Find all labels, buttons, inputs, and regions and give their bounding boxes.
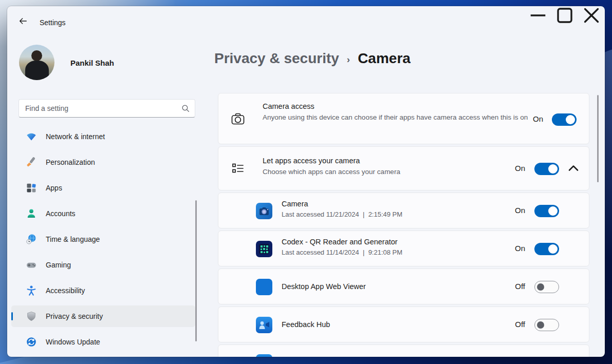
toggle-state-label: On [515,244,525,253]
sidebar-item-label: Time & language [46,235,100,243]
sidebar-item-icon [26,208,37,219]
sidebar-item-accessibility[interactable]: Accessibility [11,280,195,301]
camera-access-title: Camera access [263,102,534,110]
sidebar-item-icon [26,182,37,194]
toggle-state-label: On [515,206,525,215]
app-icon [256,354,272,357]
app-name: Camera [282,200,402,208]
sidebar-item-label: Network & internet [46,132,105,141]
sidebar-item-apps[interactable]: Apps [11,177,195,199]
app-icon [256,317,272,333]
sidebar-item-label: Apps [46,184,62,192]
camera-access-toggle[interactable] [552,113,577,126]
page-title: Camera [358,50,411,67]
sidebar-item-label: Windows Update [46,338,100,346]
app-row: Camera Last accessed 11/21/2024 | 2:15:4… [218,193,589,228]
app-toggle[interactable] [534,319,559,331]
selected-indicator [11,312,13,320]
app-row: Codex - QR Reader and Generator Last acc… [218,231,589,266]
back-button[interactable] [14,13,32,29]
user-profile[interactable]: Pankil Shah [19,45,189,81]
let-apps-title: Let apps access your camera [263,157,540,165]
app-name: Desktop App Web Viewer [282,282,366,291]
let-apps-card: Let apps access your camera Choose which… [218,146,589,190]
app-toggle[interactable] [534,281,559,293]
avatar [19,45,54,80]
window-title: Settings [40,18,66,27]
maximize-button[interactable] [551,6,578,26]
camera-outline-icon [230,111,246,127]
breadcrumb: Privacy & security › Camera [214,50,411,67]
user-name: Pankil Shah [70,59,114,67]
sidebar-item-label: Gaming [46,261,71,269]
sidebar-item-label: Privacy & security [46,312,103,320]
app-last-accessed: Last accessed 11/21/2024 | 2:15:49 PM [282,210,402,218]
close-icon [578,6,605,30]
sidebar-item-icon [26,259,37,271]
let-apps-description: Choose which apps can access your camera [263,167,540,177]
breadcrumb-parent[interactable]: Privacy & security [214,50,339,67]
sidebar-item-icon [26,157,37,168]
back-arrow-icon [18,16,28,26]
sidebar-nav: Network & internet Personalization Apps … [11,126,195,357]
let-apps-toggle[interactable] [534,163,559,175]
close-button[interactable] [578,6,605,26]
content-scrollbar[interactable] [597,95,599,182]
sidebar-item-network-internet[interactable]: Network & internet [11,126,195,147]
sidebar-item-icon [26,311,37,322]
sidebar-item-icon [26,285,37,296]
search-box [18,99,195,118]
app-row: Desktop App Web Viewer Off [218,269,589,304]
sidebar-item-accounts[interactable]: Accounts [11,203,195,224]
minimize-button[interactable] [525,6,551,26]
camera-access-description: Anyone using this device can choose if t… [263,112,534,122]
sidebar-item-label: Personalization [46,158,95,166]
settings-window: Settings Pankil Shah Network & internet … [7,6,605,357]
search-input[interactable] [18,99,195,118]
app-icon [256,203,272,219]
sidebar-item-label: Accounts [46,209,76,218]
sidebar-item-privacy-security[interactable]: Privacy & security [11,305,195,327]
breadcrumb-separator-icon: › [347,52,350,65]
chevron-up-icon [565,160,582,178]
sidebar-item-icon [26,234,37,245]
app-row-partial [218,344,589,357]
window-controls [525,6,605,26]
sidebar-scrollbar[interactable] [195,200,197,341]
app-toggle[interactable] [534,205,559,217]
app-row: Feedback Hub Off [218,306,589,342]
app-icon [256,241,272,257]
app-name: Feedback Hub [282,320,330,329]
sidebar-item-icon [26,131,37,142]
toggle-state-label: Off [515,320,525,329]
sidebar-item-windows-update[interactable]: Windows Update [11,331,195,353]
sidebar-item-label: Accessibility [46,286,85,295]
app-name: Codex - QR Reader and Generator [282,238,402,246]
toggle-state-label: Off [515,282,525,291]
sidebar-item-time-language[interactable]: Time & language [11,228,195,250]
collapse-button[interactable] [565,161,582,177]
app-last-accessed: Last accessed 11/14/2024 | 9:21:08 PM [282,248,402,256]
sidebar-item-icon [26,336,37,348]
sidebar-item-personalization[interactable]: Personalization [11,151,195,173]
minimize-icon [525,6,551,30]
app-toggle[interactable] [534,243,559,255]
maximize-icon [551,6,578,30]
app-icon [256,279,272,295]
app-list-icon [231,162,245,176]
camera-access-state-label: On [533,114,543,123]
search-icon [181,104,190,113]
let-apps-state-label: On [515,164,525,173]
sidebar-item-gaming[interactable]: Gaming [11,254,195,276]
camera-access-card: Camera access Anyone using this device c… [218,93,589,144]
